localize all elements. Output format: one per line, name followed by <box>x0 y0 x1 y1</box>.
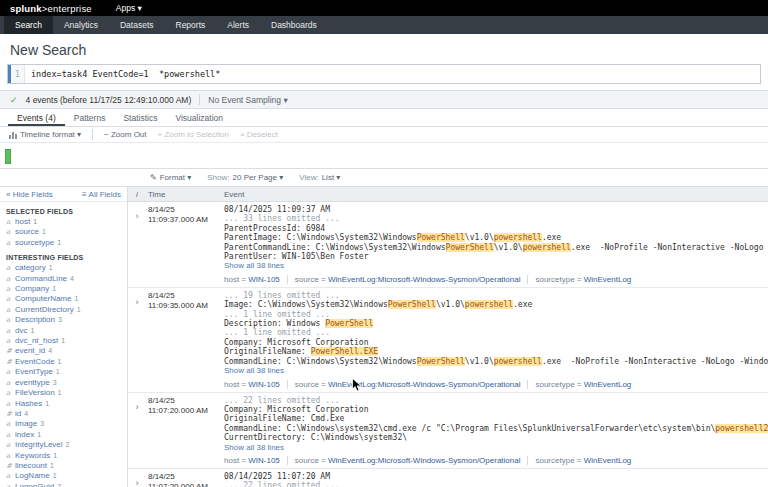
field-item-Image[interactable]: aImage3 <box>0 419 127 429</box>
search-bar[interactable]: 1 index=task4 EventCode=1 *powershell* <box>7 64 761 84</box>
expand-event-icon[interactable]: › <box>136 298 139 307</box>
field-name: CommandLine <box>15 274 67 283</box>
field-item-Hashes[interactable]: aHashes1 <box>0 399 127 409</box>
event-raw: 08/14/2025 11:09:37 AM... 33 lines omitt… <box>220 205 768 285</box>
meta-field-value: WinEventLog <box>584 380 632 389</box>
field-item-category[interactable]: acategory1 <box>0 263 127 273</box>
nav-item-analytics[interactable]: Analytics <box>53 16 109 34</box>
field-item-linecount[interactable]: #linecount1 <box>0 461 127 471</box>
all-fields-link[interactable]: ≡ All Fields <box>82 190 121 199</box>
field-item-id[interactable]: #id4 <box>0 409 127 419</box>
event-line: Company: Microsoft Corporation <box>224 338 768 347</box>
zoom-out-button[interactable]: − Zoom Out <box>104 130 146 139</box>
tab-events[interactable]: Events (4) <box>8 109 65 126</box>
nav-item-search[interactable]: Search <box>4 16 53 34</box>
nav-item-alerts[interactable]: Alerts <box>216 16 260 34</box>
field-item-dvc_nt_host[interactable]: advc_nt_host1 <box>0 336 127 346</box>
view-dropdown[interactable]: View: List ▾ <box>299 173 340 182</box>
column-header-event: Event <box>220 190 768 199</box>
field-item-Keywords[interactable]: aKeywords1 <box>0 451 127 461</box>
show-all-lines-link[interactable]: Show all 38 lines <box>224 366 284 375</box>
field-name: host <box>15 217 30 226</box>
field-count: 3 <box>53 378 57 387</box>
field-item-CommandLine[interactable]: aCommandLine4 <box>0 274 127 284</box>
deselect-button[interactable]: × Deselect <box>240 130 278 139</box>
expand-event-icon[interactable]: › <box>136 479 139 487</box>
event-time[interactable]: 8/14/2511:07:20.000 AM <box>146 472 220 487</box>
field-item-source[interactable]: asource1 <box>0 227 127 237</box>
search-input[interactable]: index=task4 EventCode=1 *powershell* <box>25 65 760 83</box>
format-dropdown[interactable]: ✎ Format ▾ <box>150 173 191 182</box>
field-item-FileVersion[interactable]: aFileVersion1 <box>0 388 127 398</box>
field-type-icon: # <box>6 410 12 419</box>
field-count: 1 <box>56 367 60 376</box>
show-all-lines-link[interactable]: Show all 38 lines <box>224 443 284 452</box>
zoom-to-selection-button[interactable]: + Zoom to Selection <box>158 130 229 139</box>
meta-field-sourcetype[interactable]: sourcetype = WinEventLog <box>535 379 631 390</box>
field-item-Company[interactable]: aCompany1 <box>0 284 127 294</box>
field-item-host[interactable]: ahost1 <box>0 217 127 227</box>
divider <box>287 380 288 389</box>
timeline-chart-icon <box>9 131 17 139</box>
field-item-CurrentDirectory[interactable]: aCurrentDirectory1 <box>0 305 127 315</box>
event-date: 8/14/25 <box>148 291 220 301</box>
field-name: EventCode <box>15 357 55 366</box>
field-item-Description[interactable]: aDescription3 <box>0 315 127 325</box>
expand-event-icon[interactable]: › <box>136 403 139 412</box>
highlighted-term: PowerShell <box>388 300 436 309</box>
show-all-lines-link[interactable]: Show all 38 lines <box>224 261 284 270</box>
events-area: i Time Event ›8/14/2511:09:37.000 AM08/1… <box>128 187 768 487</box>
expand-event-icon[interactable]: › <box>136 212 139 221</box>
event-time[interactable]: 8/14/2511:09:37.000 AM <box>146 205 220 285</box>
field-count: 1 <box>74 294 78 303</box>
field-item-EventCode[interactable]: #EventCode1 <box>0 357 127 367</box>
field-count: 4 <box>70 274 74 283</box>
field-item-EventType[interactable]: aEventType1 <box>0 367 127 377</box>
tab-visualization[interactable]: Visualization <box>166 109 232 126</box>
meta-field-sourcetype[interactable]: sourcetype = WinEventLog <box>535 455 631 466</box>
search-line-number: 1 <box>11 65 25 83</box>
event-meta: host = WIN-105source = WinEventLog:Micro… <box>224 379 768 390</box>
event-line: CurrentDirectory: C:\Windows\system32\ <box>224 433 768 442</box>
meta-field-source[interactable]: source = WinEventLog:Microsoft-Windows-S… <box>295 274 521 285</box>
timeline-format-dropdown[interactable]: Timeline format ▾ <box>9 130 81 139</box>
event-text: Company: Microsoft Corporation <box>224 338 369 347</box>
meta-field-value: WinEventLog:Microsoft-Windows-Sysmon/Ope… <box>328 275 521 284</box>
field-item-IntegrityLevel[interactable]: aIntegrityLevel2 <box>0 440 127 450</box>
field-item-LogName[interactable]: aLogName1 <box>0 471 127 481</box>
event-line: ParentUser: WIN-105\Ben Foster <box>224 252 768 261</box>
field-count: 1 <box>45 399 49 408</box>
splunk-logo[interactable]: splunk>enterprise <box>10 3 92 14</box>
field-type-icon: # <box>6 358 12 367</box>
field-item-dvc[interactable]: advc1 <box>0 326 127 336</box>
event-time[interactable]: 8/14/2511:09:35.000 AM <box>146 291 220 390</box>
field-item-event_id[interactable]: #event_id4 <box>0 346 127 356</box>
field-item-sourcetype[interactable]: asourcetype1 <box>0 238 127 248</box>
meta-field-source[interactable]: source = WinEventLog:Microsoft-Windows-S… <box>295 455 521 466</box>
field-name: Description <box>15 315 55 324</box>
field-type-icon: a <box>6 295 12 304</box>
meta-field-value: WIN-105 <box>248 456 280 465</box>
meta-field-host[interactable]: host = WIN-105 <box>224 379 280 390</box>
event-sampling-dropdown[interactable]: No Event Sampling ▾ <box>208 95 287 105</box>
field-name: EventType <box>15 367 53 376</box>
tab-statistics[interactable]: Statistics <box>114 109 166 126</box>
apps-menu[interactable]: Apps ▾ <box>116 3 142 13</box>
field-item-LogonGuid[interactable]: aLogonGuid2 <box>0 482 127 487</box>
nav-item-dashboards[interactable]: Dashboards <box>260 16 328 34</box>
per-page-dropdown[interactable]: Show: 20 Per Page ▾ <box>207 173 283 182</box>
nav-item-datasets[interactable]: Datasets <box>109 16 165 34</box>
tab-patterns[interactable]: Patterns <box>65 109 115 126</box>
meta-field-source[interactable]: source = WinEventLog:Microsoft-Windows-S… <box>295 379 521 390</box>
meta-field-sourcetype[interactable]: sourcetype = WinEventLog <box>535 274 631 285</box>
meta-field-host[interactable]: host = WIN-105 <box>224 274 280 285</box>
timeline-bar[interactable] <box>5 149 11 164</box>
field-name: index <box>15 430 34 439</box>
field-item-eventtype[interactable]: aeventtype3 <box>0 378 127 388</box>
event-time[interactable]: 8/14/2511:07:20.000 AM <box>146 396 220 466</box>
meta-field-host[interactable]: host = WIN-105 <box>224 455 280 466</box>
field-item-index[interactable]: aindex1 <box>0 430 127 440</box>
field-item-ComputerName[interactable]: aComputerName1 <box>0 294 127 304</box>
hide-fields-link[interactable]: « Hide Fields <box>6 190 53 199</box>
nav-item-reports[interactable]: Reports <box>165 16 217 34</box>
